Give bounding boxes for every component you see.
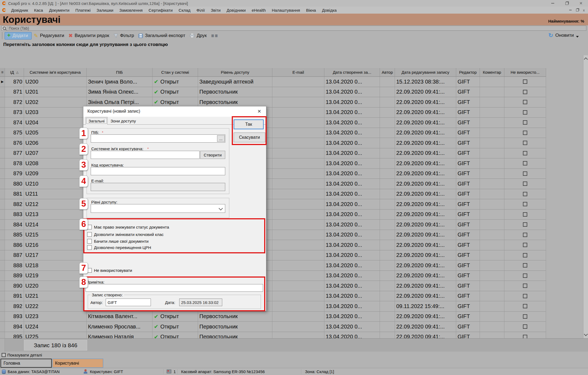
refresh-dropdown-caret-icon[interactable]: [576, 36, 579, 38]
group-by-bar[interactable]: Перетягніть заголовок колонки сюди для у…: [0, 40, 588, 68]
minimize-button[interactable]: [546, 0, 560, 7]
vertical-scrollbar[interactable]: [583, 55, 588, 338]
unused-row-checkbox[interactable]: [523, 90, 527, 94]
permission-checkbox-row-1[interactable]: Має право знижувати статус документа: [87, 224, 169, 230]
print-button[interactable]: Друк: [187, 32, 209, 39]
cancel-button[interactable]: Скасувати: [234, 133, 265, 142]
pib-input[interactable]: [91, 134, 225, 143]
permission-checkbox-row-2[interactable]: Дозволити змінювати ключовий клас: [87, 232, 164, 237]
table-row[interactable]: 895U225Клименко Наталія✔ОткрытПервостоль…: [0, 332, 588, 339]
unused-row-checkbox[interactable]: [523, 233, 527, 237]
row-marker-header[interactable]: [0, 68, 5, 77]
unused-row-checkbox[interactable]: [523, 324, 527, 329]
unused-row-checkbox[interactable]: [523, 161, 527, 165]
menu-item-14[interactable]: Вікна: [303, 8, 319, 13]
menu-item-3[interactable]: Документи: [46, 8, 72, 13]
unused-row-checkbox[interactable]: [523, 314, 527, 319]
column-header-unused[interactable]: Не використо...: [504, 68, 546, 77]
column-header-email[interactable]: E-mail: [272, 68, 324, 77]
column-header-stan[interactable]: Стан у системі: [153, 68, 198, 77]
column-chooser-button[interactable]: [209, 32, 220, 39]
menu-item-1[interactable]: Довідник: [8, 8, 31, 13]
column-header-author[interactable]: Автор: [380, 68, 395, 77]
search-input[interactable]: [7, 26, 586, 30]
permission-checkbox-row-3[interactable]: Бачити лише свої документи: [87, 238, 148, 244]
dialog-tab-access-zones[interactable]: Зони доступу: [108, 117, 139, 125]
unused-row-checkbox[interactable]: [523, 141, 527, 145]
unused-row-checkbox[interactable]: [523, 120, 527, 125]
menu-item-13[interactable]: Налаштування: [269, 8, 303, 13]
unused-row-checkbox[interactable]: [523, 335, 527, 338]
delete-row-button[interactable]: Видалити рядок: [66, 32, 111, 39]
unused-row-checkbox[interactable]: [523, 182, 527, 186]
unused-row-checkbox[interactable]: [523, 263, 527, 268]
filter-button[interactable]: Фільтр: [111, 32, 136, 39]
unused-row-checkbox[interactable]: [523, 100, 527, 104]
unused-row-checkbox[interactable]: [523, 110, 527, 115]
table-row[interactable]: ▶870U200Зенич Ірина Воло...✔ОткрытЗаведу…: [0, 77, 588, 87]
column-header-id[interactable]: ІД△: [5, 68, 24, 77]
pib-lookup-button[interactable]: ...: [217, 135, 225, 142]
dialog-tab-general[interactable]: Загальні: [86, 117, 108, 125]
unused-row-checkbox[interactable]: [523, 171, 527, 176]
permission-checkbox-row-4[interactable]: Дозволено перевищення ЦРН: [87, 245, 151, 250]
table-row[interactable]: 893U223Кітманова Валент...✔ОткрытПервост…: [0, 312, 588, 322]
column-header-sys[interactable]: Системне ім'я користувача: [24, 68, 87, 77]
unused-row-checkbox[interactable]: [523, 212, 527, 217]
unused-row-checkbox[interactable]: [523, 192, 527, 196]
column-header-editor[interactable]: Редактор: [456, 68, 480, 77]
levels-combobox[interactable]: [91, 204, 225, 213]
menu-item-2[interactable]: Каса: [31, 8, 46, 13]
mdi-minimize-button[interactable]: [569, 10, 572, 10]
table-row[interactable]: 894U224Клименко Ярослав...✔ОткрытПервост…: [0, 322, 588, 332]
unused-row-checkbox[interactable]: [523, 131, 527, 135]
menu-item-8[interactable]: Склад: [176, 8, 193, 13]
refresh-button[interactable]: Оновити: [549, 32, 579, 39]
restore-button[interactable]: [560, 0, 574, 7]
dialog-close-icon[interactable]: [256, 108, 262, 114]
export-button[interactable]: Загальний експорт: [136, 32, 187, 39]
unused-row-checkbox[interactable]: [523, 222, 527, 227]
search-icon[interactable]: [2, 26, 7, 30]
table-row[interactable]: 872U202Зініна Ольга Петрі...✔ОткрытПерво…: [0, 97, 588, 107]
column-header-created[interactable]: Дата створення за...: [324, 68, 380, 77]
note-input[interactable]: [86, 284, 263, 292]
edit-button[interactable]: Редагувати: [32, 32, 66, 39]
add-button[interactable]: Додати: [5, 32, 32, 39]
unused-row-checkbox[interactable]: [523, 253, 527, 257]
column-header-pib[interactable]: ПІБ: [87, 68, 153, 77]
sysname-input[interactable]: [91, 151, 200, 159]
menu-item-9[interactable]: Філії: [193, 8, 208, 13]
mdi-restore-button[interactable]: [576, 9, 579, 11]
unused-row-checkbox[interactable]: [523, 304, 527, 308]
unused-row-checkbox[interactable]: [523, 284, 527, 288]
unused-dialog-checkbox[interactable]: [87, 268, 92, 273]
menu-item-7[interactable]: Сертифікати: [146, 8, 176, 13]
menu-item-15[interactable]: Довідка: [319, 8, 340, 13]
mdi-close-button[interactable]: [583, 8, 585, 12]
unused-row-checkbox[interactable]: [523, 273, 527, 278]
scroll-up-arrow-icon[interactable]: [584, 57, 588, 61]
table-row[interactable]: 871U201Зима Яніна Олекс...✔ОткрытПервост…: [0, 87, 588, 97]
permission-checkbox[interactable]: [87, 245, 92, 250]
toolbar-grip[interactable]: [2, 32, 3, 39]
tab-home[interactable]: Головна: [1, 359, 52, 368]
permission-checkbox[interactable]: [87, 225, 92, 229]
unused-checkbox-row[interactable]: Не використовувати: [87, 268, 132, 273]
column-header-edited[interactable]: Дата редагування запису: [395, 68, 456, 77]
unused-row-checkbox[interactable]: [523, 79, 527, 84]
menu-item-11[interactable]: Довідники: [224, 8, 249, 13]
ok-button[interactable]: Так: [234, 119, 264, 129]
menu-item-6[interactable]: Замовлення: [116, 8, 145, 13]
usercode-input[interactable]: [91, 167, 225, 175]
show-details-checkbox[interactable]: [2, 353, 6, 357]
menu-item-5[interactable]: Залишки: [94, 8, 117, 13]
menu-item-4[interactable]: Платежі: [72, 8, 94, 13]
unused-row-checkbox[interactable]: [523, 294, 527, 298]
permission-checkbox[interactable]: [87, 232, 92, 237]
menu-item-10[interactable]: Звіти: [208, 8, 224, 13]
menu-item-12[interactable]: eHealth: [249, 8, 269, 13]
unused-row-checkbox[interactable]: [523, 243, 527, 247]
unused-row-checkbox[interactable]: [523, 202, 527, 206]
permission-checkbox[interactable]: [87, 239, 92, 244]
